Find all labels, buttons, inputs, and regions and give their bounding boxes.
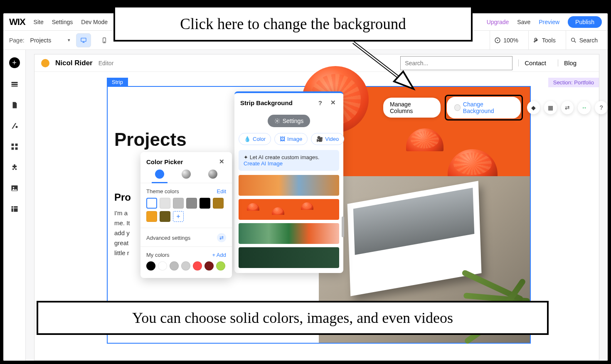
panel-title: Strip Background — [240, 99, 293, 106]
add-swatch-button[interactable]: + — [173, 211, 184, 222]
svg-rect-8 — [11, 86, 17, 87]
bg-thumb-2[interactable] — [239, 199, 339, 220]
nav-blog[interactable]: Blog — [558, 59, 582, 66]
my-color-swatch[interactable] — [146, 261, 155, 271]
bg-thumb-4[interactable] — [239, 247, 339, 268]
my-color-swatch[interactable] — [193, 261, 202, 271]
bg-thumb-1[interactable] — [239, 175, 339, 196]
strip-background-panel: Strip Background ? ✕ Settings 💧Color 🖼Im… — [234, 91, 343, 273]
ai-link[interactable]: Create AI Image — [244, 160, 283, 167]
svg-point-2 — [104, 42, 105, 42]
body-text[interactable]: I'm a me. It add y great little r — [114, 208, 139, 258]
chevron-down-icon: ▾ — [68, 37, 70, 43]
theme-swatch[interactable] — [186, 198, 197, 209]
design-icon[interactable] — [10, 121, 19, 130]
tools-menu[interactable]: Tools — [528, 31, 560, 49]
svg-rect-9 — [11, 144, 14, 146]
my-color-swatch[interactable] — [181, 261, 190, 271]
site-header: Nicol Rider Editor Contact Blog — [34, 54, 599, 72]
section-label[interactable]: Section: Portfolio — [548, 78, 599, 87]
upgrade-link[interactable]: Upgrade — [487, 19, 509, 25]
media-icon[interactable] — [10, 184, 19, 193]
add-element-button[interactable]: + — [9, 57, 20, 68]
apps-icon[interactable] — [10, 142, 19, 151]
solid-color-tab[interactable] — [155, 170, 164, 179]
svg-rect-10 — [15, 144, 17, 146]
site-search-input[interactable] — [400, 56, 512, 70]
theme-swatch[interactable] — [146, 198, 157, 209]
add-color-link[interactable]: + Add — [212, 252, 226, 258]
zoom-control[interactable]: 100% — [490, 31, 522, 49]
change-background-button[interactable]: Change Background — [447, 97, 521, 118]
my-color-swatch[interactable] — [158, 261, 167, 271]
svg-rect-12 — [15, 148, 17, 150]
nav-contact[interactable]: Contact — [518, 59, 552, 66]
video-icon: 🎥 — [316, 136, 323, 142]
wix-logo[interactable]: WIX — [9, 17, 25, 27]
menu-site[interactable]: Site — [34, 19, 44, 25]
theme-swatch[interactable] — [173, 198, 184, 209]
svg-point-4 — [497, 40, 498, 40]
svg-rect-15 — [11, 206, 17, 212]
manage-columns-button[interactable]: Manage Columns — [383, 98, 441, 118]
svg-point-16 — [276, 120, 278, 122]
my-color-swatch[interactable] — [170, 261, 179, 271]
gear-icon — [274, 118, 280, 124]
animation-icon[interactable]: ◆ — [527, 101, 540, 114]
svg-rect-7 — [11, 84, 17, 85]
change-background-highlight: Change Background — [445, 95, 523, 121]
svg-rect-11 — [11, 148, 14, 150]
background-swatch-icon — [454, 104, 461, 111]
my-color-swatch[interactable] — [216, 261, 225, 271]
menu-settings[interactable]: Settings — [52, 19, 73, 25]
page-selector[interactable]: Projects ▾ — [30, 37, 71, 44]
bg-type-color[interactable]: 💧Color — [239, 133, 271, 145]
theme-swatch[interactable] — [160, 198, 170, 209]
texture-tab[interactable] — [208, 170, 217, 179]
theme-swatch[interactable] — [213, 198, 224, 209]
pages-icon[interactable] — [10, 101, 19, 110]
menu-devmode[interactable]: Dev Mode — [81, 19, 108, 25]
color-picker-panel: Color Picker ✕ Theme colors Edit + — [140, 152, 232, 278]
preview-link[interactable]: Preview — [539, 19, 559, 25]
stretch-icon[interactable]: ⇄ — [561, 101, 574, 114]
close-icon[interactable]: ✕ — [217, 158, 226, 165]
bg-type-video[interactable]: 🎥Video — [311, 133, 344, 145]
advanced-label: Advanced settings — [146, 235, 190, 241]
editor-tag: Editor — [99, 60, 114, 66]
edit-theme-link[interactable]: Edit — [217, 188, 226, 194]
my-swatch-row — [146, 261, 226, 271]
save-link[interactable]: Save — [517, 19, 530, 25]
ai-banner[interactable]: ✦ Let AI create custom images. Create AI… — [239, 150, 339, 171]
layout-icon[interactable]: ▦ — [544, 101, 557, 114]
addons-icon[interactable] — [10, 163, 19, 172]
gradient-tab[interactable] — [182, 170, 191, 179]
mobile-view-button[interactable] — [97, 33, 112, 47]
theme-swatch[interactable] — [200, 198, 210, 209]
page-heading[interactable]: Projects — [114, 129, 187, 150]
help-icon[interactable]: ? — [595, 101, 608, 114]
scrollbar-thumb[interactable] — [342, 216, 344, 237]
advanced-settings-row[interactable]: Advanced settings ⇄ — [140, 228, 232, 242]
my-color-swatch[interactable] — [204, 261, 214, 271]
cms-icon[interactable] — [10, 204, 19, 214]
svg-rect-6 — [11, 82, 17, 83]
strip-label[interactable]: Strip — [107, 78, 128, 86]
resize-icon[interactable]: ↔ — [578, 101, 591, 114]
sections-icon[interactable] — [10, 80, 19, 89]
desktop-view-button[interactable] — [76, 33, 91, 47]
theme-swatch[interactable] — [160, 211, 170, 222]
svg-point-5 — [571, 38, 574, 41]
site-name: Nicol Rider — [55, 59, 93, 67]
svg-point-14 — [12, 187, 14, 188]
search-menu[interactable]: Search — [566, 31, 602, 49]
panel-help-icon[interactable]: ? — [317, 99, 324, 106]
theme-swatch[interactable] — [146, 211, 157, 222]
advanced-icon[interactable]: ⇄ — [217, 233, 226, 242]
bg-thumb-3[interactable] — [239, 223, 339, 244]
settings-button[interactable]: Settings — [268, 115, 310, 127]
publish-button[interactable]: Publish — [568, 16, 602, 28]
grapefruit-slice-icon — [406, 128, 443, 151]
close-icon[interactable]: ✕ — [329, 99, 338, 106]
bg-type-image[interactable]: 🖼Image — [274, 133, 308, 145]
